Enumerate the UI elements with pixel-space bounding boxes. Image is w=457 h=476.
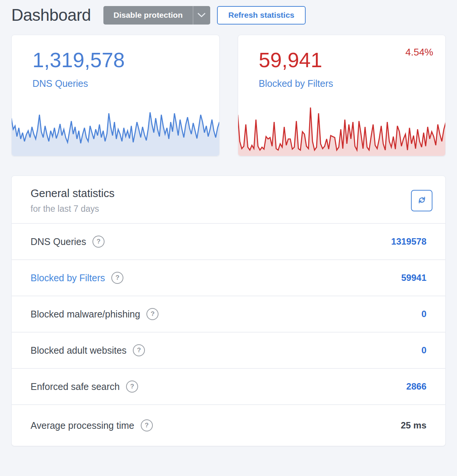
statistics-table: DNS Queries ? 1319578 Blocked by Filters…: [12, 223, 445, 446]
general-statistics-subtitle: for the last 7 days: [31, 204, 114, 214]
refresh-icon: [417, 195, 427, 206]
help-icon[interactable]: ?: [141, 419, 153, 431]
table-row-blocked-adult: Blocked adult websites ? 0: [12, 332, 445, 368]
row-left: DNS Queries ?: [31, 236, 105, 248]
help-icon[interactable]: ?: [126, 380, 138, 393]
table-row-blocked-malware: Blocked malware/phishing ? 0: [12, 296, 445, 332]
refresh-statistics-button[interactable]: Refresh statistics: [217, 6, 306, 25]
general-statistics-title: General statistics: [31, 187, 114, 200]
row-value: 25 ms: [401, 420, 426, 431]
page-header: Dashboard Disable protection Refresh sta…: [11, 0, 446, 21]
row-value: 59941: [401, 273, 426, 283]
help-icon[interactable]: ?: [111, 272, 123, 284]
row-value: 0: [422, 345, 426, 356]
dns-queries-total: 1,319,578: [32, 49, 207, 72]
row-label: Blocked malware/phishing: [31, 309, 140, 320]
row-label: Blocked adult websites: [31, 345, 126, 356]
general-statistics-panel: General statistics for the last 7 days D…: [11, 176, 446, 446]
general-statistics-header: General statistics for the last 7 days: [12, 176, 445, 223]
row-left: Blocked adult websites ?: [31, 344, 145, 356]
help-icon[interactable]: ?: [133, 344, 145, 356]
table-row-blocked-by-filters: Blocked by Filters ? 59941: [12, 259, 445, 296]
table-row-processing-time: Average processing time ? 25 ms: [12, 404, 445, 446]
chevron-down-icon[interactable]: [193, 6, 210, 25]
row-left: Blocked malware/phishing ?: [31, 308, 158, 320]
blocked-sparkline-chart: [238, 105, 446, 156]
refresh-stats-icon-button[interactable]: [411, 190, 432, 211]
row-left: Enforced safe search ?: [31, 380, 138, 393]
row-value: 2866: [406, 381, 426, 392]
help-icon[interactable]: ?: [92, 236, 105, 248]
dns-queries-sparkline-chart: [11, 105, 220, 156]
dns-queries-card-body: 1,319,578 DNS Queries: [12, 35, 219, 89]
stat-cards: 1,319,578 DNS Queries 4.54% 59,941 Block…: [11, 35, 446, 156]
row-label: DNS Queries: [31, 236, 86, 247]
general-statistics-titles: General statistics for the last 7 days: [31, 187, 114, 214]
blocked-card-body: 59,941 Blocked by Filters: [238, 35, 446, 89]
row-label: Average processing time: [31, 420, 134, 431]
blocked-percent-badge: 4.54%: [405, 46, 433, 58]
row-label: Enforced safe search: [31, 381, 120, 392]
table-row-safe-search: Enforced safe search ? 2866: [12, 368, 445, 404]
row-value: 1319578: [391, 236, 426, 247]
help-icon[interactable]: ?: [146, 308, 158, 320]
blocked-by-filters-card[interactable]: 4.54% 59,941 Blocked by Filters: [238, 35, 446, 156]
dashboard-page: Dashboard Disable protection Refresh sta…: [0, 0, 457, 446]
disable-protection-label: Disable protection: [103, 6, 193, 25]
dns-queries-card-label: DNS Queries: [32, 78, 207, 89]
row-left: Average processing time ?: [31, 419, 153, 431]
row-value: 0: [422, 309, 426, 319]
blocked-card-label: Blocked by Filters: [259, 78, 434, 89]
disable-protection-button[interactable]: Disable protection: [103, 6, 210, 25]
page-title: Dashboard: [11, 6, 91, 25]
row-left: Blocked by Filters ?: [31, 272, 123, 284]
table-row-dns-queries: DNS Queries ? 1319578: [12, 223, 445, 259]
blocked-by-filters-link[interactable]: Blocked by Filters: [31, 273, 105, 283]
dns-queries-card[interactable]: 1,319,578 DNS Queries: [11, 35, 220, 156]
